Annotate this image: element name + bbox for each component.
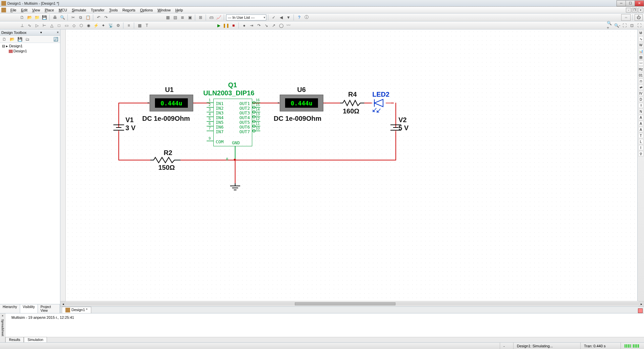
paste-icon[interactable]: 📋 xyxy=(85,14,91,21)
forward-icon[interactable]: ▼ xyxy=(285,14,292,21)
led2[interactable] xyxy=(366,97,393,117)
menu-window[interactable]: Window xyxy=(155,7,173,13)
tab-visibility[interactable]: Visibility xyxy=(20,304,38,313)
step-icon[interactable]: ⇥ xyxy=(248,22,255,29)
toolbox-save-icon[interactable]: 💾 xyxy=(16,36,23,43)
agilent3-icon[interactable]: A xyxy=(638,127,644,132)
menu-file[interactable]: File xyxy=(8,7,19,13)
scroll-thumb[interactable] xyxy=(295,302,395,305)
logic-icon[interactable]: ⊓ xyxy=(638,79,644,84)
canvas-hscroll[interactable]: ◂ ▸ xyxy=(60,301,644,306)
r2-value[interactable]: 150Ω xyxy=(158,164,175,171)
toolbox-refresh-icon[interactable]: 🔄 xyxy=(52,36,59,43)
probe-icon[interactable]: ⚲ xyxy=(638,151,644,156)
u1-ref[interactable]: U1 xyxy=(165,86,174,94)
tab-simulation[interactable]: Simulation xyxy=(24,337,47,342)
toolbox-pin-icon[interactable]: ▾ xyxy=(39,31,43,34)
db-icon[interactable]: 🗃 xyxy=(208,14,215,21)
maximize-button[interactable]: ☐ xyxy=(626,0,635,6)
menu-tools[interactable]: Tools xyxy=(107,7,120,13)
distort-icon[interactable]: D xyxy=(638,97,644,102)
mdi-minimize[interactable]: - xyxy=(626,8,631,12)
place-rf-icon[interactable]: 📡 xyxy=(107,22,114,29)
stop-icon[interactable]: ■ xyxy=(230,22,237,29)
stepover-icon[interactable]: ↷ xyxy=(256,22,262,29)
menu-transfer[interactable]: Transfer xyxy=(89,7,107,13)
menu-edit[interactable]: Edit xyxy=(19,7,30,13)
tab-hierarchy[interactable]: Hierarchy xyxy=(0,304,20,313)
record-icon[interactable]: ● xyxy=(241,22,248,29)
place-bus-icon[interactable]: ≡ xyxy=(125,22,132,29)
v2-ref[interactable]: V2 xyxy=(398,116,407,124)
copy-icon[interactable]: ⧉ xyxy=(77,14,84,21)
q1-value[interactable]: ULN2003_DIP16 xyxy=(203,89,254,97)
tree-root[interactable]: ⊟ ▸ Design1 xyxy=(1,44,59,49)
check-icon[interactable]: ✓ xyxy=(270,14,277,21)
place-ttl-icon[interactable]: □ xyxy=(56,22,62,29)
menu-view[interactable]: View xyxy=(30,7,43,13)
toolbox-saveall-icon[interactable]: 🗂 xyxy=(24,36,31,43)
tab-results[interactable]: Results xyxy=(5,337,24,342)
r2-ref[interactable]: R2 xyxy=(164,149,172,157)
tek-icon[interactable]: T xyxy=(638,133,644,138)
scope-icon[interactable]: 📊 xyxy=(638,48,644,54)
zoomarea-icon[interactable]: ⛶ xyxy=(621,22,628,29)
labview-icon[interactable]: L xyxy=(638,139,644,144)
place-hier-icon[interactable]: ▦ xyxy=(136,22,143,29)
doc-tab-close-icon[interactable] xyxy=(638,308,643,313)
u1-dc[interactable]: DC 1e-009Ohm xyxy=(142,115,190,122)
inuse-combo[interactable]: --- In Use List --- xyxy=(226,14,266,20)
chip-q1[interactable]: IN1 IN2 IN3 IN4 IN5 IN6 IN7 COM OUT1 OUT… xyxy=(213,99,252,146)
zoomin-icon[interactable]: 🔍+ xyxy=(606,22,613,29)
ivanaly-icon[interactable]: IV xyxy=(638,91,644,96)
schematic-canvas[interactable]: V1 3 V V2 5 V 0.444u + - U1 xyxy=(66,30,637,301)
spreadsheet-close-icon[interactable]: × xyxy=(2,314,3,317)
bode-icon[interactable]: 〰 xyxy=(638,60,644,66)
ammeter-u6[interactable]: 0.444u + - xyxy=(280,95,323,111)
cut-icon[interactable]: ✂ xyxy=(70,14,76,21)
mdi-close[interactable]: × xyxy=(638,8,643,12)
print-icon[interactable]: 🖶 xyxy=(52,14,58,21)
u6-ref[interactable]: U6 xyxy=(297,86,306,94)
pause-icon[interactable]: ❚❚ xyxy=(223,22,229,29)
menu-mcu[interactable]: MCU xyxy=(56,7,69,13)
tab-projectview[interactable]: Project View xyxy=(38,304,60,313)
funcgen-icon[interactable]: ∿ xyxy=(638,36,644,42)
multimeter-icon[interactable]: M xyxy=(638,30,644,36)
r4-ref[interactable]: R4 xyxy=(348,91,357,98)
open-sample-icon[interactable]: 📁 xyxy=(34,14,40,21)
logicconv-icon[interactable]: ⇄ xyxy=(638,85,644,90)
u6-dc[interactable]: DC 1e-009Ohm xyxy=(274,115,321,122)
toolbox-new-icon[interactable]: 🗋 xyxy=(1,36,8,43)
freq-icon[interactable]: Hz xyxy=(638,66,644,72)
place-electro-icon[interactable]: ⚙ xyxy=(115,22,121,29)
scope4-icon[interactable]: ▤ xyxy=(638,54,644,60)
back-icon[interactable]: ◀ xyxy=(278,14,284,21)
undo-icon[interactable]: ↶ xyxy=(95,14,102,21)
v1-ref[interactable]: V1 xyxy=(125,116,133,124)
breakpoint-icon[interactable]: ◯ xyxy=(278,22,284,29)
tree-child[interactable]: Design1 xyxy=(1,49,59,53)
menu-reports[interactable]: Reports xyxy=(120,7,138,13)
place-basic-icon[interactable]: ∿ xyxy=(26,22,33,29)
design-tree[interactable]: ⊟ ▸ Design1 Design1 xyxy=(0,43,60,304)
scroll-left-icon[interactable]: ◂ xyxy=(60,301,66,306)
v1-value[interactable]: 3 V xyxy=(125,124,136,132)
mdi-restore[interactable]: ❐ xyxy=(632,8,637,12)
tile-icon[interactable]: ▦ xyxy=(164,14,171,21)
save-icon[interactable]: 💾 xyxy=(41,14,48,21)
redo-icon[interactable]: ↷ xyxy=(103,14,109,21)
list-icon[interactable]: ≣ xyxy=(179,14,186,21)
ground-symbol[interactable] xyxy=(229,183,241,192)
wordgen-icon[interactable]: 01 xyxy=(638,72,644,78)
place-misc-icon[interactable]: ◇ xyxy=(70,22,77,29)
spreadsheet-icon[interactable]: ⊞ xyxy=(197,14,204,21)
place-analog-icon[interactable]: △ xyxy=(48,22,55,29)
agilent2-icon[interactable]: A xyxy=(638,121,644,126)
place-mixed-icon[interactable]: ⬡ xyxy=(78,22,85,29)
graph-icon[interactable]: 📈 xyxy=(215,14,222,21)
scroll-right-icon[interactable]: ▸ xyxy=(639,301,644,306)
toolbox-open-icon[interactable]: 📂 xyxy=(9,36,15,43)
agilent1-icon[interactable]: A xyxy=(638,115,644,120)
run-icon[interactable]: ▶ xyxy=(215,22,222,29)
